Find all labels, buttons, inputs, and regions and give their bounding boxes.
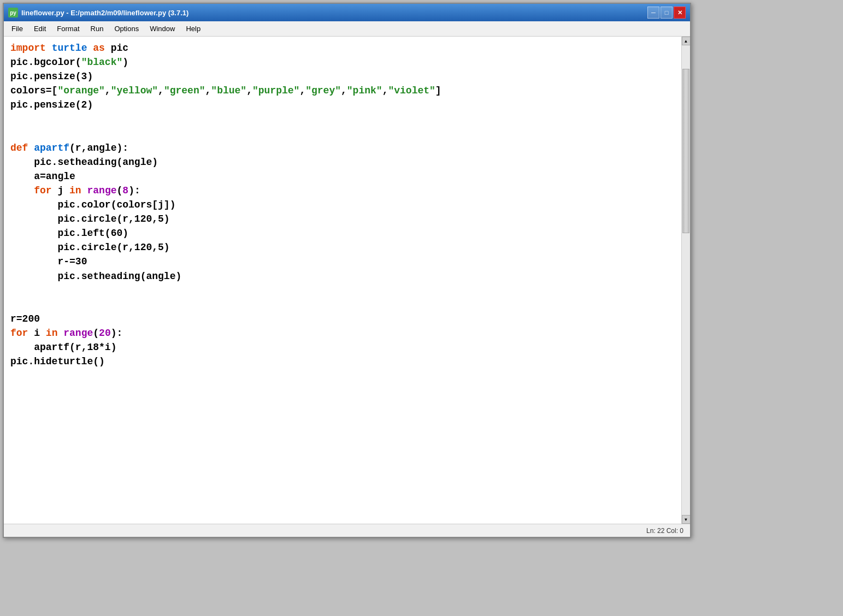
main-window: py lineflower.py - E:/pmath2/m09/lineflo… bbox=[3, 3, 691, 538]
menu-options[interactable]: Options bbox=[109, 22, 144, 35]
minimize-button[interactable]: ─ bbox=[647, 7, 659, 19]
app-icon: py bbox=[8, 8, 18, 17]
menu-file[interactable]: File bbox=[6, 22, 28, 35]
scroll-up-button[interactable]: ▲ bbox=[682, 37, 691, 45]
scrollbar-thumb[interactable] bbox=[682, 69, 689, 233]
menu-format[interactable]: Format bbox=[51, 22, 85, 35]
icon-label: py bbox=[10, 10, 16, 16]
close-button[interactable]: ✕ bbox=[674, 7, 686, 19]
menu-bar: File Edit Format Run Options Window Help bbox=[4, 21, 690, 37]
scrollbar-track[interactable] bbox=[682, 45, 690, 515]
menu-edit[interactable]: Edit bbox=[28, 22, 51, 35]
window-controls: ─ □ ✕ bbox=[647, 7, 686, 19]
scroll-down-button[interactable]: ▼ bbox=[682, 515, 691, 524]
menu-run[interactable]: Run bbox=[85, 22, 109, 35]
menu-window[interactable]: Window bbox=[144, 22, 180, 35]
maximize-button[interactable]: □ bbox=[661, 7, 673, 19]
code-editor[interactable]: import turtle as pic pic.bgcolor("black"… bbox=[4, 37, 681, 524]
editor-container: import turtle as pic pic.bgcolor("black"… bbox=[4, 37, 690, 524]
title-bar: py lineflower.py - E:/pmath2/m09/lineflo… bbox=[4, 4, 690, 21]
cursor-position: Ln: 22 Col: 0 bbox=[646, 527, 683, 535]
status-bar: Ln: 22 Col: 0 bbox=[4, 524, 690, 537]
scrollbar: ▲ ▼ bbox=[681, 37, 690, 524]
window-title: lineflower.py - E:/pmath2/m09/lineflower… bbox=[21, 9, 647, 17]
menu-help[interactable]: Help bbox=[180, 22, 206, 35]
